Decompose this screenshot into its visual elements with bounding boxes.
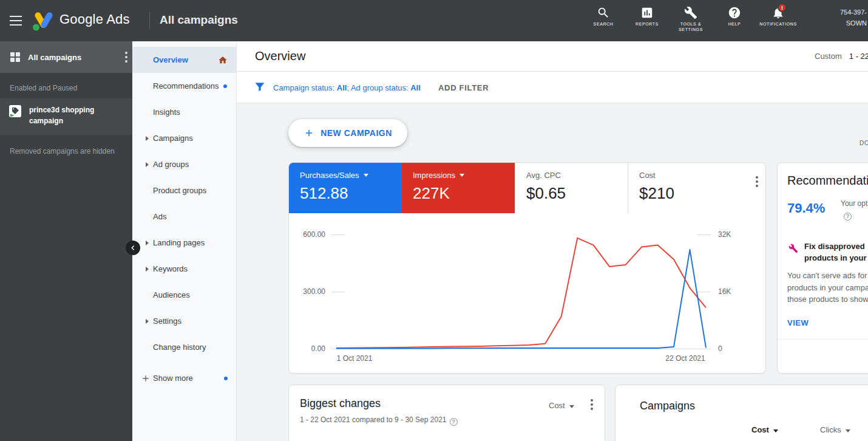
topbar-divider bbox=[149, 12, 150, 29]
view-button[interactable]: VIEW bbox=[787, 318, 809, 327]
scorecard-avg-cpc[interactable]: Avg. CPC $0.65 bbox=[515, 163, 628, 213]
sidebar-campaign-item[interactable]: prince3d shopping campaign bbox=[0, 98, 132, 135]
nav-item-overview[interactable]: Overview bbox=[132, 47, 236, 73]
column-label: Clicks bbox=[820, 425, 841, 434]
search-button[interactable]: SEARCH bbox=[585, 6, 622, 33]
campaigns-cost-column[interactable]: Cost bbox=[751, 425, 778, 434]
recommendation-item[interactable]: Fix disapproved products in your feed Yo… bbox=[778, 239, 868, 312]
left-axis-tick: 600.00 bbox=[294, 230, 325, 239]
left-axis-tick: 300.00 bbox=[294, 287, 325, 296]
nav-item-recommendations[interactable]: Recommendations bbox=[132, 73, 236, 99]
nav-label: Settings bbox=[153, 316, 181, 326]
recommendations-card: Recommendations 79.4% Your optimization … bbox=[777, 162, 868, 374]
nav-label: Product groups bbox=[153, 186, 206, 195]
collapse-nav-button[interactable] bbox=[126, 241, 140, 255]
shopping-campaign-icon bbox=[8, 104, 22, 118]
topbar: Google Ads All campaigns SEARCH REPORTS … bbox=[0, 0, 868, 41]
nav-label: Ads bbox=[153, 212, 166, 221]
section-nav: Overview Recommendations Insights Campai… bbox=[132, 41, 237, 441]
brand-text: Google Ads bbox=[59, 12, 130, 27]
scorecard-label: Impressions bbox=[413, 171, 455, 180]
wrench-icon bbox=[684, 6, 697, 19]
biggest-changes-card: Biggest changes 1 - 22 Oct 2021 compared… bbox=[288, 385, 605, 441]
scorecard-label: Cost bbox=[639, 171, 656, 180]
scorecard-impressions[interactable]: Impressions 227K bbox=[402, 163, 515, 213]
account-phone: 754-397- bbox=[824, 7, 867, 18]
changes-card-options[interactable] bbox=[591, 399, 593, 410]
google-ads-overview-page: { "colors": { "accent_blue": "#1a73e8", … bbox=[0, 0, 868, 441]
plus-icon bbox=[303, 128, 314, 138]
account-switcher[interactable]: 754-397- SOWN bbox=[824, 7, 867, 29]
applied-filters[interactable]: Campaign status: All; Ad group status: A… bbox=[273, 83, 421, 92]
nav-item-campaigns[interactable]: Campaigns bbox=[132, 125, 236, 151]
scorecard-label: Purchases/Sales bbox=[300, 171, 359, 180]
campaigns-card-title: Campaigns bbox=[640, 400, 695, 412]
nav-label: Campaigns bbox=[153, 134, 193, 143]
date-range-control[interactable]: Custom 1 - 22 Oct 2021 bbox=[815, 52, 868, 61]
nav-show-more[interactable]: Show more bbox=[132, 365, 236, 391]
nav-item-product-groups[interactable]: Product groups bbox=[132, 177, 236, 203]
nav-item-keywords[interactable]: Keywords bbox=[132, 256, 236, 282]
help-button[interactable]: HELP bbox=[716, 6, 753, 33]
scorecard-purchases[interactable]: Purchases/Sales 512.88 bbox=[289, 163, 402, 213]
card-divider bbox=[778, 339, 868, 340]
scorecard-value: $0.65 bbox=[526, 184, 628, 203]
campaign-name: prince3d shopping campaign bbox=[29, 104, 109, 135]
scorecard-value: 227K bbox=[413, 184, 515, 203]
menu-icon[interactable] bbox=[10, 16, 22, 29]
search-label: SEARCH bbox=[594, 21, 614, 27]
filter-bar: Campaign status: All; Ad group status: A… bbox=[237, 72, 868, 103]
date-preset: Custom bbox=[815, 52, 842, 61]
chevron-down-icon bbox=[846, 429, 850, 432]
nav-item-change-history[interactable]: Change history bbox=[132, 334, 236, 360]
kebab-icon bbox=[125, 52, 127, 63]
notification-badge: ! bbox=[778, 3, 787, 12]
reports-icon bbox=[640, 6, 654, 19]
nav-label: Overview bbox=[153, 55, 188, 64]
sidebar-more-options[interactable] bbox=[125, 52, 127, 63]
new-campaign-button[interactable]: NEW CAMPAIGN bbox=[288, 119, 407, 147]
chevron-down-icon bbox=[459, 174, 464, 177]
scorecard-value: $210 bbox=[639, 184, 741, 203]
nav-item-insights[interactable]: Insights bbox=[132, 99, 236, 125]
chart-card-options[interactable] bbox=[756, 176, 758, 187]
scorecard-cost[interactable]: Cost $210 bbox=[628, 163, 741, 213]
x-axis-tick: 1 Oct 2021 bbox=[327, 354, 382, 363]
add-filter-button[interactable]: ADD FILTER bbox=[438, 83, 489, 92]
nav-item-ad-groups[interactable]: Ad groups bbox=[132, 151, 236, 177]
overview-chart-card: Purchases/Sales 512.88 Impressions 227K … bbox=[288, 162, 766, 374]
expand-arrow-icon bbox=[146, 267, 149, 272]
expand-arrow-icon bbox=[146, 162, 149, 167]
download-button[interactable]: DOWNLOAD bbox=[860, 140, 868, 146]
nav-item-ads[interactable]: Ads bbox=[132, 203, 236, 230]
grid-icon bbox=[10, 52, 21, 63]
sidebar-header-label: All campaigns bbox=[28, 53, 125, 62]
filter-value: All bbox=[410, 83, 421, 92]
plus-icon bbox=[141, 374, 151, 383]
campaigns-sidebar: All campaigns Enabled and Paused prince3… bbox=[0, 41, 132, 441]
date-range-value: 1 - 22 Oct 2021 bbox=[849, 52, 868, 61]
kebab-icon bbox=[756, 176, 758, 187]
scorecard-value: 512.88 bbox=[300, 184, 402, 203]
main-header: Overview Custom 1 - 22 Oct 2021 bbox=[237, 41, 868, 72]
left-axis-tick: 0.00 bbox=[294, 344, 325, 353]
tools-settings-button[interactable]: TOOLS & SETTINGS bbox=[673, 6, 709, 33]
new-campaign-label: NEW CAMPAIGN bbox=[320, 128, 392, 138]
nav-label: Ad groups bbox=[153, 160, 189, 169]
reports-button[interactable]: REPORTS bbox=[629, 6, 665, 33]
nav-item-settings[interactable]: Settings bbox=[132, 308, 236, 334]
notifications-label: NOTIFICATIONS bbox=[759, 21, 796, 27]
caption-text: Your optimization score bbox=[841, 199, 868, 208]
chart-plot bbox=[331, 234, 711, 350]
nav-item-landing-pages[interactable]: Landing pages bbox=[132, 230, 236, 256]
metric-label: Cost bbox=[549, 401, 565, 410]
recommendations-title: Recommendations bbox=[787, 174, 868, 188]
new-indicator-dot bbox=[223, 84, 227, 88]
info-icon bbox=[844, 213, 852, 220]
nav-item-audiences[interactable]: Audiences bbox=[132, 282, 236, 308]
notifications-button[interactable]: ! NOTIFICATIONS bbox=[760, 6, 796, 33]
scorecard-label: Avg. CPC bbox=[526, 171, 561, 180]
changes-metric-dropdown[interactable]: Cost bbox=[549, 401, 574, 410]
sidebar-all-campaigns[interactable]: All campaigns bbox=[0, 41, 132, 73]
campaigns-clicks-column[interactable]: Clicks bbox=[820, 425, 850, 434]
